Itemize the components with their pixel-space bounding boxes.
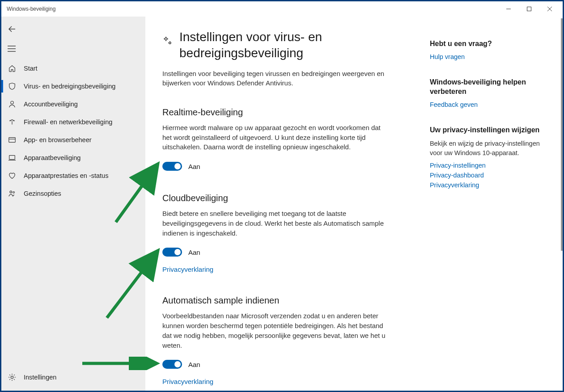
maximize-button[interactable]	[519, 2, 539, 16]
svg-rect-12	[9, 156, 15, 160]
page-title: Instellingen voor virus- en bedreigingsb…	[179, 29, 412, 62]
sidebar-item-performance[interactable]: Apparaatprestaties en -status	[1, 167, 145, 185]
home-icon	[8, 64, 17, 72]
device-icon	[8, 154, 17, 162]
toggle-realtime[interactable]	[162, 162, 182, 171]
toggle-cloud[interactable]	[162, 248, 182, 257]
browser-icon	[8, 136, 17, 144]
gear-icon	[8, 373, 17, 381]
section-title: Automatisch sample indienen	[162, 295, 412, 306]
network-icon	[8, 118, 17, 126]
sidebar-item-account[interactable]: Accountbeveiliging	[1, 95, 145, 113]
page-header: Instellingen voor virus- en bedreigingsb…	[162, 29, 412, 62]
toggle-state: Aan	[188, 361, 200, 368]
scrollbar-thumb[interactable]	[561, 18, 563, 251]
page-subtitle: Instellingen voor beveiliging tegen viru…	[162, 69, 386, 88]
sidebar-item-virus[interactable]: Virus- en bedreigingsbeveiliging	[1, 77, 145, 95]
shield-icon	[8, 82, 17, 90]
card-title: Hebt u een vraag?	[430, 39, 546, 49]
card-improve: Windows-beveiliging helpen verbeteren Fe…	[430, 77, 546, 108]
toggle-sample[interactable]	[162, 360, 182, 369]
feedback-link[interactable]: Feedback geven	[430, 101, 546, 108]
content-area: Start Virus- en bedreigingsbeveiliging A…	[1, 17, 563, 391]
nav: Start Virus- en bedreigingsbeveiliging A…	[1, 59, 145, 202]
toggle-state: Aan	[188, 163, 200, 170]
card-privacy: Uw privacy-instellingen wijzigen Bekijk …	[430, 125, 546, 189]
titlebar: Windows-beveiliging	[1, 1, 563, 17]
section-realtime: Realtime-beveiliging Hiermee wordt malwa…	[162, 107, 412, 171]
sidebar-item-label: Firewall- en netwerkbeveiliging	[24, 118, 112, 126]
sidebar-item-label: Start	[24, 65, 38, 72]
card-help: Hebt u een vraag? Hulp vragen	[430, 39, 546, 60]
svg-rect-10	[9, 138, 15, 143]
hamburger-button[interactable]	[1, 39, 145, 59]
privacy-link[interactable]: Privacyverklaring	[162, 266, 213, 273]
toggle-state: Aan	[188, 249, 200, 256]
sidebar-item-appbrowser[interactable]: App- en browserbeheer	[1, 131, 145, 149]
section-desc: Biedt betere en snellere beveiliging met…	[162, 209, 386, 238]
section-sample: Automatisch sample indienen Voorbeeldbes…	[162, 295, 412, 385]
sidebar-item-label: Virus- en bedreigingsbeveiliging	[24, 83, 115, 90]
sidebar-item-label: Apparaatprestaties en -status	[24, 172, 108, 179]
person-icon	[8, 100, 17, 108]
sidebar-item-device[interactable]: Apparaatbeveiliging	[1, 149, 145, 167]
sidebar-item-firewall[interactable]: Firewall- en netwerkbeveiliging	[1, 113, 145, 131]
svg-point-16	[11, 376, 13, 378]
sidebar-item-start[interactable]: Start	[1, 59, 145, 77]
sidebar-item-settings[interactable]: Instellingen	[1, 368, 145, 386]
toggle-realtime-row: Aan	[162, 162, 412, 171]
section-desc: Hiermee wordt malware op uw apparaat gez…	[162, 123, 386, 152]
privacy-settings-link[interactable]: Privacy-instellingen	[430, 162, 546, 169]
privacy-statement-link[interactable]: Privacyverklaring	[430, 181, 546, 189]
back-button[interactable]	[1, 19, 145, 39]
privacy-link[interactable]: Privacyverklaring	[162, 378, 213, 385]
card-text: Bekijk en wijzig de privacy-instellingen…	[430, 139, 546, 157]
sidebar-item-label: Instellingen	[24, 374, 56, 381]
right-column: Hebt u een vraag? Hulp vragen Windows-be…	[430, 29, 546, 391]
window-title: Windows-beveiliging	[4, 6, 55, 12]
svg-point-17	[165, 38, 167, 40]
sidebar-item-family[interactable]: Gezinsopties	[1, 185, 145, 202]
privacy-dashboard-link[interactable]: Privacy-dashboard	[430, 172, 546, 179]
main-content: Instellingen voor virus- en bedreigingsb…	[162, 29, 412, 391]
svg-point-15	[13, 192, 15, 194]
card-title: Windows-beveiliging helpen verbeteren	[430, 77, 546, 97]
sidebar-item-label: Gezinsopties	[24, 190, 61, 197]
sidebar-item-label: Apparaatbeveiliging	[24, 154, 81, 161]
svg-rect-1	[527, 7, 531, 11]
scrollbar[interactable]	[561, 17, 563, 391]
svg-point-18	[169, 42, 171, 44]
sidebar: Start Virus- en bedreigingsbeveiliging A…	[1, 17, 145, 391]
minimize-button[interactable]	[498, 2, 519, 16]
sidebar-item-label: Accountbeveiliging	[24, 101, 78, 108]
section-cloud: Cloudbeveiliging Biedt betere en sneller…	[162, 193, 412, 273]
heart-icon	[8, 172, 17, 180]
section-desc: Voorbeeldbestanden naar Microsoft verzen…	[162, 311, 386, 350]
toggle-cloud-row: Aan	[162, 248, 412, 257]
settings-gears-icon	[162, 35, 173, 47]
section-title: Cloudbeveiliging	[162, 193, 412, 203]
main-panel: Instellingen voor virus- en bedreigingsb…	[145, 17, 563, 391]
section-title: Realtime-beveiliging	[162, 107, 412, 118]
sidebar-item-label: App- en browserbeheer	[24, 136, 92, 143]
svg-point-8	[11, 101, 13, 104]
svg-point-14	[10, 191, 12, 193]
close-button[interactable]	[539, 2, 560, 16]
window-controls	[498, 2, 560, 16]
family-icon	[8, 190, 17, 198]
help-link[interactable]: Hulp vragen	[430, 53, 546, 60]
toggle-sample-row: Aan	[162, 360, 412, 369]
card-title: Uw privacy-instellingen wijzigen	[430, 125, 546, 135]
